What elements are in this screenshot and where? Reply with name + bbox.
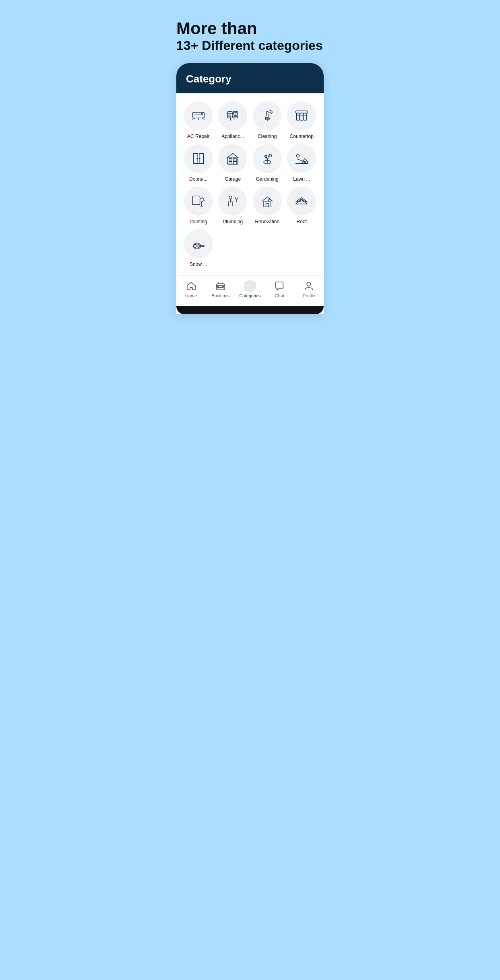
nav-chat[interactable]: Chat — [265, 280, 294, 298]
svg-point-29 — [199, 158, 200, 159]
svg-rect-18 — [296, 111, 308, 113]
nav-profile-label: Profile — [303, 293, 315, 298]
category-item-gardening[interactable]: Gardening — [252, 144, 283, 182]
nav-bookings-label: Bookings — [211, 293, 229, 298]
category-item-renovation[interactable]: Renovation — [252, 187, 283, 224]
snow-icon — [191, 237, 206, 251]
category-grid: AC Repair — [176, 93, 324, 275]
svg-rect-51 — [266, 203, 269, 207]
nav-profile[interactable]: Profile — [294, 280, 324, 298]
painting-label: Painting — [190, 219, 207, 224]
svg-point-41 — [297, 154, 300, 157]
profile-icon — [303, 280, 314, 292]
plumbing-label: Plumbing — [223, 219, 243, 224]
doors-icon-wrap — [184, 144, 213, 173]
category-item-countertop[interactable]: Countertop — [286, 101, 318, 139]
svg-point-68 — [307, 282, 311, 286]
svg-rect-45 — [192, 196, 200, 205]
bookings-icon — [215, 280, 226, 292]
appliances-label: Applianc... — [221, 134, 244, 139]
nav-bookings[interactable]: Bookings — [206, 280, 235, 298]
countertop-icon — [294, 109, 309, 123]
renovation-icon-wrap — [253, 187, 282, 216]
category-item-lawn[interactable]: Lawn ... — [286, 144, 318, 182]
svg-point-5 — [201, 113, 203, 114]
cleaning-icon-wrap — [253, 101, 282, 130]
svg-point-28 — [197, 158, 198, 159]
roof-label: Roof — [297, 219, 307, 224]
category-item-garage[interactable]: Garage — [217, 144, 249, 182]
category-item-painting[interactable]: Painting — [183, 187, 214, 224]
plumbing-icon-wrap — [218, 187, 247, 216]
snow-label: Snow ... — [190, 261, 207, 267]
nav-home-label: Home — [185, 293, 197, 298]
appliances-icon — [225, 109, 240, 123]
svg-rect-59 — [217, 284, 225, 290]
gardening-icon-wrap — [253, 144, 282, 173]
category-item-appliances[interactable]: Applianc... — [217, 101, 249, 139]
svg-rect-21 — [304, 113, 307, 120]
doors-label: Doors/... — [189, 176, 207, 182]
countertop-label: Countertop — [290, 134, 314, 139]
header-title: More than — [176, 19, 324, 38]
gardening-icon — [260, 151, 275, 166]
cleaning-label: Cleaning — [258, 134, 277, 139]
card-header: Category — [176, 63, 324, 93]
nav-categories[interactable]: Categories — [235, 280, 264, 298]
ac-repair-label: AC Repair — [187, 134, 209, 139]
svg-point-56 — [193, 244, 196, 247]
header-section: More than 13+ Different categories — [176, 19, 324, 54]
svg-rect-50 — [264, 201, 271, 207]
category-item-ac-repair[interactable]: AC Repair — [183, 101, 214, 139]
category-item-plumbing[interactable]: Plumbing — [217, 187, 249, 224]
svg-point-49 — [229, 196, 232, 199]
svg-rect-19 — [297, 113, 300, 120]
bottom-nav: Home Bookings — [176, 275, 324, 306]
svg-point-9 — [229, 115, 231, 117]
card-title: Category — [186, 73, 314, 85]
category-item-roof[interactable]: Roof — [286, 187, 318, 224]
cleaning-icon — [260, 109, 275, 123]
appliances-icon-wrap — [218, 101, 247, 130]
plumbing-icon — [225, 194, 240, 208]
category-item-cleaning[interactable]: Cleaning — [252, 101, 283, 139]
svg-rect-63 — [222, 286, 224, 288]
header-subtitle: 13+ Different categories — [176, 38, 324, 53]
roof-icon — [294, 194, 309, 208]
nav-categories-label: Categories — [239, 293, 260, 298]
page-background: More than 13+ Different categories Categ… — [167, 0, 333, 327]
nav-home[interactable]: Home — [176, 280, 206, 298]
renovation-icon — [260, 194, 275, 208]
garage-label: Garage — [225, 176, 241, 182]
ac-repair-icon-wrap — [184, 101, 213, 130]
doors-icon — [191, 151, 206, 166]
garage-icon-wrap — [218, 144, 247, 173]
phone-bottom-bar — [176, 306, 324, 314]
svg-rect-10 — [234, 112, 237, 114]
renovation-label: Renovation — [255, 219, 279, 224]
lawn-icon — [294, 151, 309, 166]
category-item-snow[interactable]: Snow ... — [183, 229, 214, 267]
nav-chat-label: Chat — [275, 293, 284, 298]
countertop-icon-wrap — [287, 101, 316, 130]
ac-repair-icon — [191, 109, 206, 123]
svg-rect-62 — [217, 286, 219, 288]
svg-rect-20 — [300, 113, 303, 120]
lawn-label: Lawn ... — [293, 176, 310, 182]
gardening-label: Gardening — [256, 176, 279, 182]
svg-point-58 — [203, 245, 205, 247]
lawn-icon-wrap — [287, 144, 316, 173]
chat-icon — [274, 280, 285, 292]
snow-icon-wrap — [184, 229, 213, 258]
painting-icon — [191, 194, 206, 208]
home-icon — [186, 280, 197, 292]
categories-icon — [244, 280, 256, 292]
painting-icon-wrap — [184, 187, 213, 216]
category-item-doors[interactable]: Doors/... — [183, 144, 214, 182]
roof-icon-wrap — [287, 187, 316, 216]
garage-icon — [225, 151, 240, 166]
phone-card: Category AC Repair — [176, 63, 324, 314]
